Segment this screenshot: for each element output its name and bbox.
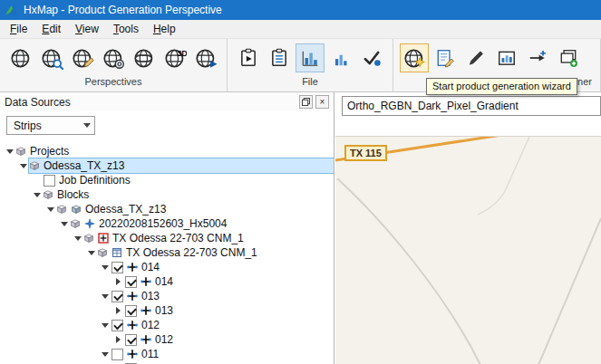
menu-file[interactable]: File [3,21,34,37]
checkbox-checked[interactable] [111,291,123,302]
tree-item-012[interactable]: 012 [0,332,334,347]
expander-open-icon[interactable] [99,294,111,299]
tree-item-label: 011 [141,348,160,360]
map-view[interactable]: TX 115 [335,136,601,364]
expander-collapsed-icon[interactable] [112,278,124,285]
tree-item-label: TX Odessa 22-703 CNM_1 [112,232,246,244]
tree-item-011[interactable]: 011 [0,347,334,361]
tree-item-label: Odessa_TX_z13 [85,203,168,216]
cube-icon [43,189,53,200]
edit-form-button[interactable] [431,43,460,72]
expander-open-icon[interactable] [99,323,111,328]
product-name-field[interactable] [342,96,601,116]
map-roads [335,137,601,364]
perspective-search-button[interactable] [37,43,66,72]
add-images-button[interactable] [554,43,583,72]
hxmap-window: HxMap - Product Generation Perspective F… [0,0,601,364]
perspective-edit-button[interactable] [68,43,97,72]
menu-tools[interactable]: Tools [106,21,146,37]
tree: ProjectsOdessa_TX_z13Job DefinitionsBloc… [0,143,334,364]
checkbox-checked[interactable] [125,334,137,346]
append-item-button[interactable] [523,43,552,72]
expander-open-icon[interactable] [4,149,15,154]
strip-icon [141,305,151,316]
tree-item-content: 014 [111,260,165,274]
sensor-icon [84,218,95,229]
expander-open-icon[interactable] [31,193,43,197]
tree-item-label: 012 [141,319,161,331]
tree-item-label: Projects [30,145,71,158]
checkbox-checked[interactable] [125,276,137,288]
checkbox-checked[interactable] [125,305,137,317]
tree-item-014[interactable]: 014 [0,274,334,289]
tree-item-tx-odessa-22-703-cnm-1[interactable]: TX Odessa 22-703 CNM_1 [0,231,334,245]
expander-collapsed-icon[interactable] [112,307,124,314]
tree-item-013[interactable]: 013 [0,303,334,318]
menu-view[interactable]: View [68,21,106,37]
expander-open-icon[interactable] [99,265,111,270]
tree-item-label: Odessa_TX_z13 [44,159,126,172]
expander-collapsed-icon[interactable] [112,336,124,343]
tree-item-content: TX Odessa 22-703 CNM_1 [97,245,263,260]
tree-item-20220208152603-hx5004[interactable]: 20220208152603_Hx5004 [0,216,334,231]
checkbox-checked[interactable] [111,320,123,331]
expander-open-icon[interactable] [99,352,111,357]
perspective-3d-icon: 3D [164,47,187,70]
image-statistics-button[interactable] [492,43,521,72]
tooltip: Start product generation wizard [426,78,577,95]
strips-dropdown[interactable]: Strips [6,116,95,135]
tree-item-014[interactable]: 014 [0,260,334,274]
tree-item-projects[interactable]: Projects [0,144,334,158]
perspective-grid-button[interactable] [130,43,159,72]
strips-dropdown-value: Strips [7,120,79,132]
tree-item-label: 013 [155,304,175,317]
perspective-play-button[interactable] [191,43,220,72]
statistics-small-icon [331,48,351,68]
float-panel-button[interactable] [299,95,313,109]
tree-item-013[interactable]: 013 [0,289,334,303]
close-panel-button[interactable]: × [315,95,329,109]
cube-icon [70,218,81,229]
statistics-button[interactable] [296,43,325,72]
strip-icon [141,276,151,287]
annotate-pen-button[interactable] [461,43,490,72]
checkbox-checked[interactable] [111,262,123,273]
product-generation-wizard-button[interactable] [400,43,429,72]
menu-edit[interactable]: Edit [34,21,68,37]
tree-item-blocks[interactable]: Blocks [0,187,334,202]
strip-icon [141,334,151,345]
expander-open-icon[interactable] [85,251,97,255]
expander-open-icon[interactable] [17,164,29,168]
run-job-button[interactable] [234,43,263,72]
expander-open-icon[interactable] [58,222,70,226]
expander-open-icon[interactable] [44,207,56,212]
expander-open-icon[interactable] [72,236,83,241]
tree-item-job-definitions[interactable]: Job Definitions [0,173,334,187]
tree-item-label: 014 [155,275,175,288]
cnm-icon [98,233,109,244]
checkbox-unchecked[interactable] [111,349,123,360]
tree-item-012[interactable]: 012 [0,318,334,332]
add-images-icon [558,48,578,68]
statistics-small-button[interactable] [326,43,355,72]
tree-item-odessa-tx-z13[interactable]: Odessa_TX_z13 [0,202,334,216]
job-list-icon [269,48,289,68]
data-sources-title: Data Sources [5,96,71,109]
checkbox-unchecked[interactable] [44,175,55,187]
product-generation-wizard-icon [403,47,426,70]
tree-item-tx-odessa-22-703-cnm-1[interactable]: TX Odessa 22-703 CNM_1 [0,245,334,260]
perspective-default-button[interactable] [6,43,35,72]
tree-item-label: 013 [141,290,161,302]
perspective-processing-button[interactable] [99,43,128,72]
tree-item-odessa-tx-z13[interactable]: Odessa_TX_z13 [0,158,334,173]
data-sources-panel: Data Sources × Strips ProjectsOdessa_TX_… [0,92,334,364]
menu-help[interactable]: Help [146,21,183,37]
perspective-play-icon [195,47,218,70]
perspective-3d-button[interactable]: 3D [160,43,189,72]
strip-icon [127,262,138,273]
tree-item-content: TX Odessa 22-703 CNM_1 [83,231,249,245]
tree-item-content: 013 [124,303,179,318]
job-list-button[interactable] [265,43,294,72]
append-item-icon [528,48,548,68]
validate-button[interactable] [357,43,386,72]
